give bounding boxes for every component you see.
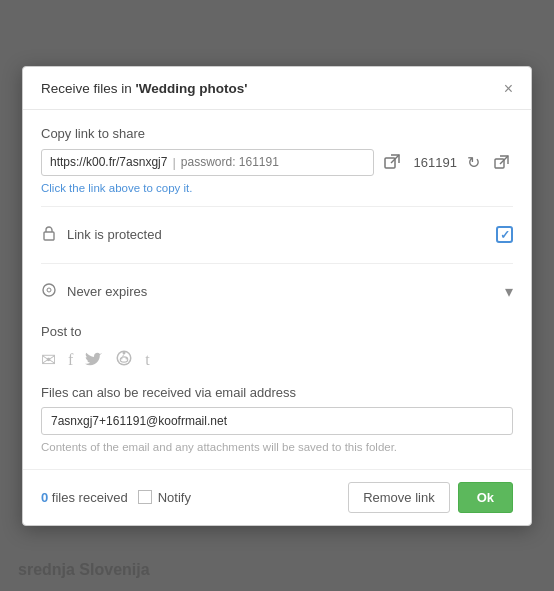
social-icons: ✉ f	[41, 349, 513, 371]
remove-link-button[interactable]: Remove link	[348, 482, 450, 513]
expiry-dropdown-arrow[interactable]: ▾	[505, 282, 513, 301]
svg-point-12	[123, 351, 126, 354]
svg-point-10	[121, 358, 123, 360]
twitter-share-icon[interactable]	[85, 350, 103, 370]
tumblr-share-icon[interactable]: t	[145, 351, 149, 369]
title-folder: 'Wedding photos'	[136, 81, 248, 96]
svg-point-11	[126, 358, 128, 360]
copy-link-button[interactable]	[380, 152, 404, 172]
modal-header: Receive files in 'Wedding photos' ×	[23, 67, 531, 110]
lock-icon	[41, 225, 57, 245]
title-prefix: Receive files in	[41, 81, 136, 96]
post-to-label: Post to	[41, 324, 513, 339]
expiry-label: Never expires	[67, 284, 147, 299]
link-input[interactable]: https://k00.fr/7asnxgj7 | password: 1611…	[41, 149, 374, 176]
modal-title: Receive files in 'Wedding photos'	[41, 81, 247, 96]
footer-left: 0 files received Notify	[41, 490, 191, 505]
protection-label: Link is protected	[67, 227, 162, 242]
background-text: srednja Slovenija	[18, 561, 150, 579]
copy-link-label: Copy link to share	[41, 126, 513, 141]
svg-rect-2	[495, 159, 504, 168]
section-gap	[41, 310, 513, 324]
external-link-icon	[384, 154, 400, 170]
expiry-row[interactable]: Never expires ▾	[41, 274, 513, 310]
reddit-share-icon[interactable]	[115, 349, 133, 371]
svg-point-6	[47, 288, 51, 292]
footer-right: Remove link Ok	[348, 482, 513, 513]
notify-checkbox[interactable]	[138, 490, 152, 504]
email-section-label: Files can also be received via email add…	[41, 385, 513, 400]
svg-rect-4	[44, 232, 54, 240]
external-share-button[interactable]	[490, 153, 513, 172]
facebook-share-icon[interactable]: f	[68, 351, 73, 369]
modal-footer: 0 files received Notify Remove link Ok	[23, 469, 531, 525]
protection-row: Link is protected	[41, 217, 513, 253]
email-hint: Contents of the email and any attachment…	[41, 441, 513, 453]
refresh-password-button[interactable]: ↻	[463, 151, 484, 174]
protection-checkbox[interactable]	[496, 226, 513, 243]
password-text: password: 161191	[181, 155, 279, 169]
modal-overlay: Receive files in 'Wedding photos' × Copy…	[0, 0, 554, 591]
link-url-text: https://k00.fr/7asnxgj7	[50, 155, 167, 169]
link-row: https://k00.fr/7asnxgj7 | password: 1611…	[41, 149, 513, 176]
expiry-left: Never expires	[41, 282, 147, 302]
close-button[interactable]: ×	[504, 81, 513, 97]
notify-label: Notify	[158, 490, 191, 505]
email-share-icon[interactable]: ✉	[41, 349, 56, 371]
divider-1	[41, 206, 513, 207]
share-icon	[494, 155, 509, 170]
svg-point-5	[43, 284, 55, 296]
modal-body: Copy link to share https://k00.fr/7asnxg…	[23, 110, 531, 469]
email-address-input[interactable]	[41, 407, 513, 435]
files-received: 0 files received	[41, 490, 128, 505]
files-count: 0	[41, 490, 48, 505]
ok-button[interactable]: Ok	[458, 482, 513, 513]
copy-hint: Click the link above to copy it.	[41, 182, 513, 194]
protection-left: Link is protected	[41, 225, 162, 245]
clock-icon	[41, 282, 57, 302]
notify-checkbox-wrapper[interactable]: Notify	[138, 490, 191, 505]
divider-2	[41, 263, 513, 264]
modal-dialog: Receive files in 'Wedding photos' × Copy…	[22, 66, 532, 526]
files-label: files received	[52, 490, 128, 505]
password-display: 161191	[414, 155, 457, 170]
